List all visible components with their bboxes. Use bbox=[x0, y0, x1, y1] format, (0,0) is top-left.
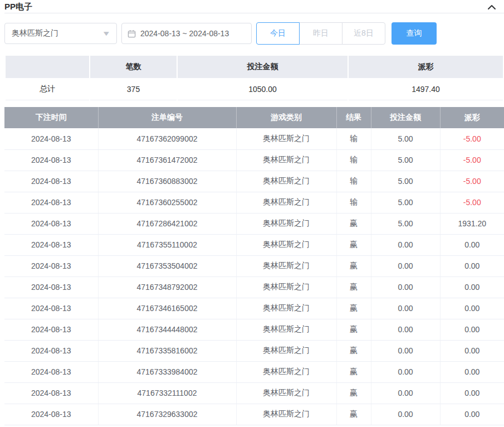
table-row: 2024-08-13 47167362099002 奥林匹斯之门 输 5.00 … bbox=[4, 128, 504, 149]
cell-bet-time: 2024-08-13 bbox=[4, 319, 98, 340]
cell-bet-time: 2024-08-13 bbox=[4, 255, 98, 276]
cell-game-type: 奥林匹斯之门 bbox=[236, 255, 336, 276]
cell-bet-amount: 5.00 bbox=[371, 213, 440, 234]
cell-bet-amount: 5.00 bbox=[371, 128, 440, 149]
cell-bet-amount: 0.00 bbox=[371, 298, 440, 319]
cell-bet-amount: 5.00 bbox=[371, 171, 440, 192]
cell-bet-time: 2024-08-13 bbox=[4, 361, 98, 382]
cell-result: 赢 bbox=[336, 361, 371, 382]
cell-bet-amount: 0.00 bbox=[371, 234, 440, 255]
cell-result: 输 bbox=[336, 128, 371, 149]
table-row: 2024-08-13 47167361472002 奥林匹斯之门 输 5.00 … bbox=[4, 149, 504, 171]
cell-game-type: 奥林匹斯之门 bbox=[236, 361, 336, 382]
cell-bet-time: 2024-08-13 bbox=[4, 276, 98, 298]
cell-order-id: 47167360883002 bbox=[98, 171, 236, 192]
cell-game-type: 奥林匹斯之门 bbox=[236, 319, 336, 340]
summary-table: 笔数 投注金额 派彩 总计 375 1050.00 1497.40 bbox=[4, 56, 504, 100]
cell-bet-time: 2024-08-13 bbox=[4, 171, 98, 192]
cell-payout: 0.00 bbox=[440, 361, 504, 382]
header-order-id: 注单编号 bbox=[98, 107, 236, 128]
table-row: 2024-08-13 47167360883002 奥林匹斯之门 输 5.00 … bbox=[4, 171, 504, 192]
panel-title: PP电子 bbox=[4, 2, 32, 12]
cell-bet-amount: 0.00 bbox=[371, 276, 440, 298]
calendar-icon bbox=[128, 30, 136, 38]
table-row: 2024-08-13 47167335816002 奥林匹斯之门 赢 0.00 … bbox=[4, 340, 504, 361]
cell-order-id: 47167362099002 bbox=[98, 128, 236, 149]
cell-bet-amount: 0.00 bbox=[371, 404, 440, 425]
table-row: 2024-08-13 47167353504002 奥林匹斯之门 赢 0.00 … bbox=[4, 255, 504, 276]
table-row: 2024-08-13 47167355110002 奥林匹斯之门 赢 0.00 … bbox=[4, 234, 504, 255]
cell-order-id: 47167360255002 bbox=[98, 192, 236, 213]
cell-game-type: 奥林匹斯之门 bbox=[236, 192, 336, 213]
cell-payout: 0.00 bbox=[440, 404, 504, 425]
summary-header-payout: 派彩 bbox=[349, 56, 503, 78]
cell-game-type: 奥林匹斯之门 bbox=[236, 404, 336, 425]
panel-header: PP电子 bbox=[4, 0, 504, 13]
cell-payout: 0.00 bbox=[440, 276, 504, 298]
cell-order-id: 47167353504002 bbox=[98, 255, 236, 276]
cell-result: 赢 bbox=[336, 255, 371, 276]
cell-bet-amount: 5.00 bbox=[371, 192, 440, 213]
records-body: 2024-08-13 47167362099002 奥林匹斯之门 输 5.00 … bbox=[4, 128, 504, 425]
cell-bet-time: 2024-08-13 bbox=[4, 404, 98, 425]
cell-game-type: 奥林匹斯之门 bbox=[236, 234, 336, 255]
collapse-chevron-up-icon[interactable] bbox=[487, 4, 496, 11]
cell-bet-time: 2024-08-13 bbox=[4, 382, 98, 404]
cell-payout: -5.00 bbox=[440, 128, 504, 149]
cell-order-id: 47167286421002 bbox=[98, 213, 236, 234]
quick-btn-today[interactable]: 今日 bbox=[256, 22, 300, 45]
cell-payout: 0.00 bbox=[440, 255, 504, 276]
cell-payout: 0.00 bbox=[440, 319, 504, 340]
chevron-down-icon: ▼ bbox=[102, 30, 111, 37]
summary-header-bet-amount: 投注金额 bbox=[178, 56, 348, 78]
cell-game-type: 奥林匹斯之门 bbox=[236, 276, 336, 298]
date-range-input[interactable]: 2024-08-13 ~ 2024-08-13 bbox=[121, 23, 252, 44]
summary-bet-amount-value: 1050.00 bbox=[178, 78, 348, 100]
summary-header-empty bbox=[6, 56, 89, 78]
filter-bar: 奥林匹斯之门 ▼ 2024-08-13 ~ 2024-08-13 今日 昨日 近… bbox=[4, 22, 504, 45]
cell-order-id: 47167355110002 bbox=[98, 234, 236, 255]
table-row: 2024-08-13 47167286421002 奥林匹斯之门 赢 5.00 … bbox=[4, 213, 504, 234]
cell-result: 赢 bbox=[336, 382, 371, 404]
cell-game-type: 奥林匹斯之门 bbox=[236, 298, 336, 319]
cell-payout: 0.00 bbox=[440, 298, 504, 319]
cell-payout: 0.00 bbox=[440, 234, 504, 255]
cell-order-id: 47167348792002 bbox=[98, 276, 236, 298]
quick-btn-last-8-days[interactable]: 近8日 bbox=[342, 22, 385, 45]
header-payout: 派彩 bbox=[440, 107, 504, 128]
cell-bet-time: 2024-08-13 bbox=[4, 192, 98, 213]
cell-bet-time: 2024-08-13 bbox=[4, 149, 98, 171]
cell-payout: -5.00 bbox=[440, 171, 504, 192]
cell-game-type: 奥林匹斯之门 bbox=[236, 213, 336, 234]
cell-bet-amount: 0.00 bbox=[371, 340, 440, 361]
cell-result: 赢 bbox=[336, 404, 371, 425]
cell-order-id: 47167329633002 bbox=[98, 404, 236, 425]
summary-payout-value: 1497.40 bbox=[349, 78, 503, 100]
summary-total-row: 总计 375 1050.00 1497.40 bbox=[6, 78, 503, 100]
records-table: 下注时间 注单编号 游戏类别 结果 投注金额 派彩 2024-08-13 471… bbox=[4, 107, 504, 425]
quick-btn-yesterday[interactable]: 昨日 bbox=[299, 22, 342, 45]
cell-payout: 0.00 bbox=[440, 382, 504, 404]
table-row: 2024-08-13 47167329633002 奥林匹斯之门 赢 0.00 … bbox=[4, 404, 504, 425]
game-select[interactable]: 奥林匹斯之门 ▼ bbox=[4, 23, 117, 44]
cell-payout: 1931.20 bbox=[440, 213, 504, 234]
header-bet-amount: 投注金额 bbox=[371, 107, 440, 128]
cell-bet-time: 2024-08-13 bbox=[4, 234, 98, 255]
cell-order-id: 47167361472002 bbox=[98, 149, 236, 171]
summary-count-value: 375 bbox=[90, 78, 177, 100]
header-result: 结果 bbox=[336, 107, 371, 128]
cell-bet-amount: 0.00 bbox=[371, 319, 440, 340]
cell-order-id: 47167346165002 bbox=[98, 298, 236, 319]
cell-result: 赢 bbox=[336, 213, 371, 234]
cell-payout: 0.00 bbox=[440, 340, 504, 361]
summary-header-count: 笔数 bbox=[90, 56, 177, 78]
cell-result: 输 bbox=[336, 171, 371, 192]
summary-total-label: 总计 bbox=[6, 78, 89, 100]
header-bet-time: 下注时间 bbox=[4, 107, 98, 128]
cell-result: 输 bbox=[336, 192, 371, 213]
search-button[interactable]: 查询 bbox=[392, 22, 437, 45]
cell-bet-time: 2024-08-13 bbox=[4, 298, 98, 319]
cell-game-type: 奥林匹斯之门 bbox=[236, 171, 336, 192]
cell-payout: -5.00 bbox=[440, 192, 504, 213]
cell-result: 赢 bbox=[336, 340, 371, 361]
